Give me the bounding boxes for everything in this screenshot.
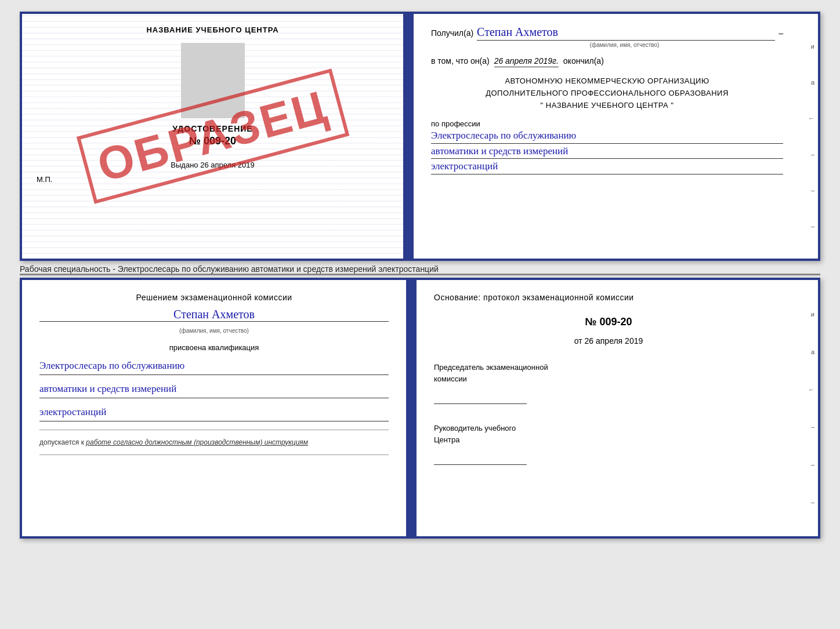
cert-issued: Выдано 26 апреля 2019 xyxy=(171,161,254,169)
bottom-booklet: Решением экзаменационной комиссии Степан… xyxy=(20,278,820,539)
profession-value-1: Электрослесарь по обслуживанию xyxy=(431,128,783,144)
profession-value-2: автоматики и средств измерений xyxy=(431,144,783,159)
specialty-label-text: Рабочая специальность - Электрослесарь п… xyxy=(20,261,820,274)
recipient-fio: (фамилия, имя, отчество) xyxy=(466,42,783,48)
basis-title: Основание: протокол экзаменационной коми… xyxy=(434,293,783,302)
cert-issued-date: 26 апреля 2019 xyxy=(200,161,255,169)
director-label: Руководитель учебного Центра xyxy=(434,423,783,445)
commission-name: Степан Ахметов xyxy=(39,308,389,322)
qual-value-1: Электрослесарь по обслуживанию xyxy=(39,358,389,375)
top-left-page: НАЗВАНИЕ УЧЕБНОГО ЦЕНТРА УДОСТОВЕРЕНИЕ №… xyxy=(22,14,403,259)
protocol-number: № 009-20 xyxy=(434,316,783,328)
bottom-left-page: Решением экзаменационной комиссии Степан… xyxy=(22,280,406,536)
qual-value-3: электростанций xyxy=(39,404,389,421)
bottom-fio-label: (фамилия, имя, отчество) xyxy=(39,328,389,334)
date-line: в том, что он(а) 26 апреля 2019г. окончи… xyxy=(431,56,783,67)
allowed-prefix: допускается к xyxy=(39,438,84,446)
specialty-bar xyxy=(20,274,820,275)
org-line2: ДОПОЛНИТЕЛЬНОГО ПРОФЕССИОНАЛЬНОГО ОБРАЗО… xyxy=(431,88,783,100)
profession-block: по профессии Электрослесарь по обслужива… xyxy=(431,119,783,174)
chairman-label: Председатель экзаменационной комиссии xyxy=(434,362,783,384)
protocol-date-value: 26 апреля 2019 xyxy=(585,336,643,346)
booklet-spine-bottom xyxy=(406,280,417,536)
protocol-no-label: № xyxy=(585,316,596,328)
bottom-right-page: Основание: протокол экзаменационной коми… xyxy=(417,280,801,536)
protocol-date: от 26 апреля 2019 xyxy=(434,336,783,346)
cert-issued-label: Выдано xyxy=(171,161,198,169)
date-prefix: от xyxy=(574,336,582,346)
booklet-spine-top xyxy=(403,14,414,259)
in-that-prefix: в том, что он(а) xyxy=(431,56,490,66)
school-name-top: НАЗВАНИЕ УЧЕБНОГО ЦЕНТРА xyxy=(146,26,278,34)
org-block: АВТОНОМНУЮ НЕКОММЕРЧЕСКУЮ ОРГАНИЗАЦИЮ ДО… xyxy=(431,75,783,111)
recipient-name: Степан Ахметов xyxy=(477,26,775,41)
bottom-line-sep-2 xyxy=(39,455,389,455)
cert-number: № 009-20 xyxy=(189,135,236,147)
bottom-line-sep xyxy=(39,430,389,430)
right-side-marks-bottom: и а ← – – – xyxy=(801,280,818,536)
director-signature-line xyxy=(434,453,527,465)
protocol-no-value: 009-20 xyxy=(600,316,632,328)
assigned-label: присвоена квалификация xyxy=(39,343,389,352)
org-line1: АВТОНОМНУЮ НЕКОММЕРЧЕСКУЮ ОРГАНИЗАЦИЮ xyxy=(431,75,783,88)
date-value-top: 26 апреля 2019г. xyxy=(494,56,559,67)
allowed-text-block: допускается к работе согласно должностны… xyxy=(39,438,389,446)
cert-title: УДОСТОВЕРЕНИЕ xyxy=(172,124,252,133)
finished-label: окончил(а) xyxy=(563,56,604,66)
top-booklet: НАЗВАНИЕ УЧЕБНОГО ЦЕНТРА УДОСТОВЕРЕНИЕ №… xyxy=(20,12,820,261)
commission-title: Решением экзаменационной комиссии xyxy=(39,293,389,302)
qual-value-2: автоматики и средств измерений xyxy=(39,381,389,398)
photo-placeholder xyxy=(181,43,245,118)
org-line3: " НАЗВАНИЕ УЧЕБНОГО ЦЕНТРА " xyxy=(431,100,783,112)
chairman-signature-line xyxy=(434,392,527,404)
bottom-section: Рабочая специальность - Электрослесарь п… xyxy=(20,261,820,539)
top-left-content: НАЗВАНИЕ УЧЕБНОГО ЦЕНТРА УДОСТОВЕРЕНИЕ №… xyxy=(37,26,389,247)
recipient-line: Получил(а) Степан Ахметов – xyxy=(431,26,783,41)
top-right-page: Получил(а) Степан Ахметов – (фамилия, им… xyxy=(414,14,801,259)
recipient-block: Получил(а) Степан Ахметов – (фамилия, им… xyxy=(431,26,783,48)
profession-label: по профессии xyxy=(431,119,783,128)
document-container: НАЗВАНИЕ УЧЕБНОГО ЦЕНТРА УДОСТОВЕРЕНИЕ №… xyxy=(20,12,820,539)
right-side-marks-top: и а ← – – – xyxy=(801,14,818,259)
profession-value-3: электростанций xyxy=(431,159,783,174)
mp-label: М.П. xyxy=(37,175,52,184)
allowed-italic-text: работе согласно должностным (производств… xyxy=(86,438,308,446)
recipient-prefix: Получил(а) xyxy=(431,28,473,38)
